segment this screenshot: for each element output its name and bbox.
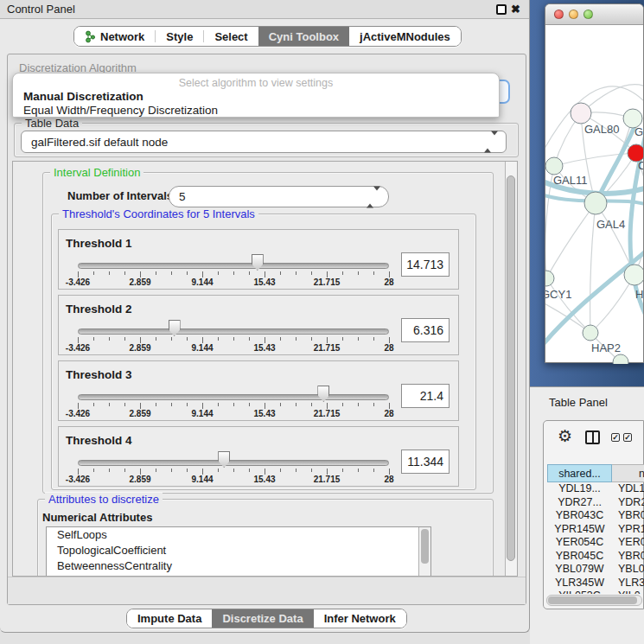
checkbox-icon[interactable]: ✓	[611, 433, 620, 442]
network-node-h[interactable]	[624, 265, 643, 285]
slider-tick-label: -3.426	[66, 475, 90, 484]
table-hscrollbar[interactable]	[546, 595, 642, 606]
slider-tick	[156, 337, 156, 341]
settings-scrollpane: Interval Definition Number of Intervals …	[12, 161, 518, 577]
network-node-gcy1[interactable]	[545, 271, 554, 286]
cell-name: YBL0	[612, 563, 644, 577]
network-edge	[546, 203, 596, 278]
tab-jactivemnodules[interactable]: jActiveMNodules	[349, 27, 461, 46]
network-node-gal11[interactable]	[545, 157, 563, 175]
slider-tick	[373, 469, 374, 472]
close-icon[interactable]: ✖	[511, 3, 520, 16]
slider-tick	[327, 337, 328, 343]
slider-tick	[311, 403, 312, 406]
slider-tick	[202, 469, 203, 475]
cell-shared-name: YBR045C	[547, 550, 612, 564]
cyni-mode-tabbar: Impute DataDiscretize DataInfer Network	[126, 609, 407, 628]
threshold-slider-track[interactable]	[78, 263, 389, 269]
table-row[interactable]: YBR045CYBR0	[547, 550, 644, 564]
table-row[interactable]: YBL079WYBL0	[547, 563, 644, 577]
slider-tick	[124, 337, 125, 341]
table-rows: YDL19...YDL1YDR27...YDR2YBR043CYBR0YPR14…	[547, 482, 644, 594]
table-row[interactable]: YER054CYER0	[547, 536, 644, 550]
table-panel: Table Panel ⚙ ✓ ✓ shared... n YDL19...YD…	[530, 386, 644, 644]
slider-tick	[249, 337, 250, 341]
slider-tick	[202, 271, 203, 277]
slider-tick	[249, 271, 250, 275]
numerical-attributes-list[interactable]: SelfLoopsTopologicalCoefficientBetweenne…	[46, 526, 431, 577]
threshold-value-field[interactable]: 21.4	[401, 384, 450, 408]
slider-tick	[311, 337, 312, 341]
table-row[interactable]: YIL053CYIL0	[547, 590, 644, 594]
attribute-list-item[interactable]: SelfLoops	[47, 527, 430, 543]
slider-tick	[373, 403, 374, 406]
stepper-arrows-icon	[367, 190, 380, 203]
network-node-hap2[interactable]	[583, 325, 598, 341]
minimize-traffic-light[interactable]	[569, 10, 578, 19]
table-row[interactable]: YBR043CYBR0	[547, 509, 644, 523]
slider-tick-label: 28	[384, 277, 393, 287]
cell-name: YBR0	[612, 509, 644, 523]
slider-tick	[280, 271, 281, 275]
tab-select[interactable]: Select	[204, 27, 258, 46]
right-region: GAL80GACGAL11GAL4GCY1HHAP2 Table Panel ⚙…	[530, 0, 644, 644]
float-window-icon[interactable]	[496, 4, 507, 15]
table-row[interactable]: YDR27...YDR2	[547, 496, 644, 510]
table-row[interactable]: YDL19...YDL1	[547, 482, 644, 496]
threshold-label: Threshold 4	[66, 434, 132, 447]
network-node-label: GAL80	[584, 123, 619, 136]
table-row[interactable]: YPR145WYPR1	[547, 523, 644, 537]
dropdown-option-manual-discretization[interactable]: Manual Discretization	[23, 90, 143, 103]
network-node-gal4[interactable]	[584, 192, 607, 214]
network-node[interactable]	[613, 354, 628, 364]
slider-tick-label: -3.426	[66, 409, 90, 418]
threshold-value-field[interactable]: 11.344	[401, 450, 450, 474]
slider-tick	[202, 337, 203, 343]
column-layout-icon[interactable]	[585, 430, 600, 444]
column-header-shared-name[interactable]: shared...	[547, 464, 612, 482]
slider-tick	[218, 469, 219, 472]
network-node-label: C	[638, 159, 643, 172]
cell-shared-name: YDL19...	[547, 482, 612, 496]
tab-discretize-data[interactable]: Discretize Data	[212, 609, 313, 628]
cell-shared-name: YLR345W	[547, 577, 612, 590]
close-traffic-light[interactable]	[554, 10, 564, 19]
attribute-list-item[interactable]: BetweennessCentrality	[47, 558, 430, 574]
slider-tick	[249, 469, 250, 472]
tab-infer-network[interactable]: Infer Network	[314, 609, 406, 628]
network-canvas[interactable]: GAL80GACGAL11GAL4GCY1HHAP2	[545, 25, 643, 364]
table-data-combo[interactable]: galFiltered.sif default node	[21, 131, 507, 153]
cell-name: YLR3	[612, 577, 644, 590]
interval-definition-title: Interval Definition	[50, 166, 143, 179]
threshold-slider-track[interactable]	[78, 328, 389, 335]
tab-network[interactable]: Network	[74, 27, 155, 46]
algorithm-combo-focused-edge[interactable]	[498, 80, 510, 104]
tab-cyni-toolbox[interactable]: Cyni Toolbox	[258, 27, 349, 46]
zoom-traffic-light[interactable]	[583, 10, 593, 19]
dropdown-option-equal-width-frequency-discretization[interactable]: Equal Width/Frequency Discretization	[23, 104, 218, 117]
threshold-slider-track[interactable]	[78, 460, 389, 466]
threshold-value-field[interactable]: 6.316	[401, 318, 450, 342]
network-node-gal80[interactable]	[571, 103, 591, 124]
number-of-intervals-combo[interactable]: 5	[169, 186, 389, 207]
slider-tick-label: 15.43	[253, 475, 275, 484]
checkbox-icon[interactable]: ✓	[623, 433, 632, 442]
attribute-list-item[interactable]: TopologicalCoefficient	[47, 543, 430, 558]
network-node-label: GAL4	[596, 218, 625, 231]
column-header-name[interactable]: n	[612, 464, 644, 482]
threshold-value-field[interactable]: 14.713	[401, 252, 450, 277]
table-hscrollbar-thumb[interactable]	[548, 596, 637, 604]
table-row[interactable]: YLR345WYLR3	[547, 577, 644, 590]
threshold-slider-track[interactable]	[78, 394, 389, 400]
attributes-scrollbar[interactable]	[418, 527, 430, 577]
slider-tick	[124, 271, 125, 275]
tab-label: Select	[214, 30, 247, 43]
tab-style[interactable]: Style	[156, 27, 203, 46]
slider-tick	[233, 469, 234, 472]
settings-gear-icon[interactable]: ⚙	[558, 426, 572, 445]
tab-impute-data[interactable]: Impute Data	[127, 609, 212, 628]
network-window-titlebar[interactable]	[545, 4, 643, 25]
main-scrollbar-thumb[interactable]	[507, 175, 515, 561]
slider-tick	[358, 271, 359, 275]
attributes-scrollbar-thumb[interactable]	[421, 529, 429, 564]
